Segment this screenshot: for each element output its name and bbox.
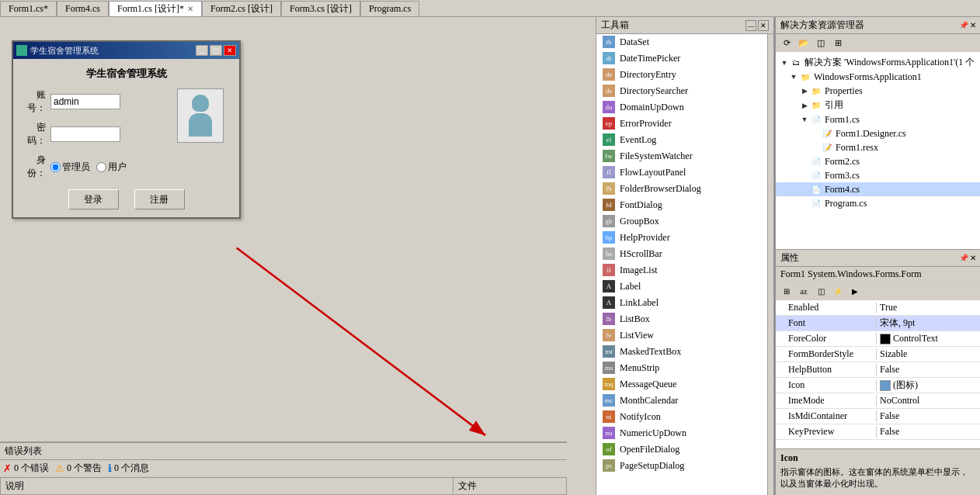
form3cs-item[interactable]: 📄 Form3.cs bbox=[776, 168, 980, 182]
toolbox-item[interactable]: ALinkLabel bbox=[596, 295, 767, 311]
item-label: Form3.cs bbox=[825, 170, 860, 182]
toolbox-item[interactable]: duDomainUpDown bbox=[596, 99, 767, 116]
toolbox-item[interactable]: ALabel bbox=[596, 279, 767, 295]
toolbox-item[interactable]: lvListView bbox=[596, 327, 767, 344]
toolbox-item[interactable]: dsDirectorySearcher bbox=[596, 83, 767, 99]
toolbox-item[interactable]: nuNumericUpDown bbox=[596, 425, 767, 441]
toolbox-item[interactable]: mtMaskedTextBox bbox=[596, 344, 767, 360]
solution-tool-4[interactable]: ⊞ bbox=[830, 36, 846, 50]
toolbox-item-label: MaskedTextBox bbox=[620, 346, 681, 358]
toolbox-item[interactable]: dtDateTimePicker bbox=[596, 50, 767, 67]
toolbox-item-label: FileSystemWatcher bbox=[620, 151, 693, 162]
toolbox-item[interactable]: fbFolderBrowserDialog bbox=[596, 181, 767, 197]
form1cs-item[interactable]: ▼ 📄 Form1.cs bbox=[776, 112, 980, 126]
props-tool-cat[interactable]: ⊞ bbox=[779, 284, 794, 298]
props-close-icon[interactable]: ✕ bbox=[970, 254, 976, 262]
form1designer-item[interactable]: 📝 Form1.Designer.cs bbox=[776, 126, 980, 140]
toolbox-item-label: GroupBox bbox=[620, 216, 659, 227]
prop-row[interactable]: Icon(图标) bbox=[776, 378, 980, 393]
file-icon: 📄 bbox=[810, 113, 822, 126]
prop-name: HelpButton bbox=[776, 364, 877, 376]
props-tool-props[interactable]: ◫ bbox=[813, 284, 829, 298]
prop-row[interactable]: ImeModeNoControl bbox=[776, 393, 980, 409]
toolbox-item[interactable]: mqMessageQueue bbox=[596, 376, 767, 393]
col-file: 文件 bbox=[454, 478, 567, 495]
toolbox-item[interactable]: mcMonthCalendar bbox=[596, 393, 767, 409]
tab-form4cs[interactable]: Form4.cs bbox=[57, 1, 109, 16]
props-tool-events[interactable]: ⚡ bbox=[830, 284, 846, 298]
pin-icon[interactable]: 📌 bbox=[959, 21, 968, 29]
prop-row[interactable]: IsMdiContainerFalse bbox=[776, 409, 980, 424]
toolbox-scrollbar[interactable] bbox=[767, 34, 773, 495]
properties-item[interactable]: ▶ 📁 Properties bbox=[776, 84, 980, 98]
solution-root[interactable]: ▼ 🗂 解决方案 'WindowsFormsApplication1'(1 个 bbox=[776, 55, 980, 70]
item-label: Form2.cs bbox=[825, 156, 860, 168]
prop-row[interactable]: EnabledTrue bbox=[776, 300, 980, 316]
toolbox-item[interactable]: lbListBox bbox=[596, 311, 767, 327]
prop-name: KeyPreview bbox=[776, 426, 877, 438]
register-button[interactable]: 注册 bbox=[134, 189, 185, 209]
toolbox-item[interactable]: ilImageList bbox=[596, 262, 767, 279]
prop-name: ForeColor bbox=[776, 333, 877, 344]
toolbox-item[interactable]: hsHScrollBar bbox=[596, 246, 767, 262]
pin-icon[interactable]: 📌 bbox=[959, 254, 968, 262]
props-tool-more[interactable]: ▶ bbox=[847, 284, 863, 298]
prop-row[interactable]: ForeColorControlText bbox=[776, 331, 980, 347]
maximize-button[interactable]: □ bbox=[210, 45, 222, 56]
file-icon: 📝 bbox=[821, 127, 833, 140]
tab-form2design[interactable]: Form2.cs [设计] bbox=[202, 1, 281, 16]
prop-row[interactable]: Font宋体, 9pt bbox=[776, 316, 980, 331]
tab-programcs[interactable]: Program.cs bbox=[360, 1, 419, 16]
toolbox-item[interactable]: fwFileSystemWatcher bbox=[596, 148, 767, 164]
programcs-item[interactable]: 📄 Program.cs bbox=[776, 196, 980, 210]
prop-row[interactable]: KeyPreviewFalse bbox=[776, 424, 980, 440]
prop-row[interactable]: HelpButtonFalse bbox=[776, 362, 980, 378]
account-input[interactable] bbox=[50, 94, 120, 109]
toolbox-item[interactable]: hpHelpProvider bbox=[596, 230, 767, 246]
button-row: 登录 注册 bbox=[21, 189, 231, 209]
expand-icon: ▼ bbox=[779, 57, 790, 68]
prop-name: Enabled bbox=[776, 302, 877, 313]
avatar-head bbox=[192, 95, 209, 112]
toolbox-item[interactable]: elEventLog bbox=[596, 132, 767, 148]
solution-tool-1[interactable]: ⟳ bbox=[779, 36, 794, 50]
radio-admin[interactable]: 管理员 bbox=[50, 161, 90, 174]
toolbox-item[interactable]: epErrorProvider bbox=[596, 116, 767, 132]
solution-tool-3[interactable]: ◫ bbox=[813, 36, 829, 50]
props-description: Icon 指示窗体的图标。这在窗体的系统菜单栏中显示，以及当窗体最小化时出现。 bbox=[776, 448, 980, 495]
prop-name: Font bbox=[776, 317, 877, 329]
prop-row[interactable]: FormBorderStyleSizable bbox=[776, 347, 980, 362]
toolbox-item[interactable]: psPageSetupDialog bbox=[596, 458, 767, 474]
toolbox-item[interactable]: msMenuStrip bbox=[596, 360, 767, 376]
toolbox-item[interactable]: ofOpenFileDialog bbox=[596, 441, 767, 458]
form2cs-item[interactable]: 📄 Form2.cs bbox=[776, 154, 980, 168]
toolbox-item-label: MessageQueue bbox=[620, 379, 676, 390]
toolbox-item[interactable]: fdFontDialog bbox=[596, 197, 767, 213]
info-icon: ℹ bbox=[108, 462, 112, 475]
tab-form1cs[interactable]: Form1.cs* bbox=[0, 1, 57, 16]
toolbox-item[interactable]: tbDataSet bbox=[596, 34, 767, 50]
close-button[interactable]: ✕ bbox=[224, 45, 236, 56]
close-icon[interactable]: ✕ bbox=[187, 5, 193, 13]
tab-form1design[interactable]: Form1.cs [设计]* ✕ bbox=[109, 1, 202, 16]
toolbox-item[interactable]: flFlowLayoutPanel bbox=[596, 164, 767, 181]
password-input[interactable] bbox=[50, 126, 120, 142]
props-tool-az[interactable]: az bbox=[796, 284, 811, 298]
solution-tool-2[interactable]: 📂 bbox=[796, 36, 811, 50]
solution-label: 解决方案 'WindowsFormsApplication1'(1 个 bbox=[805, 56, 975, 69]
toolbox-item[interactable]: gbGroupBox bbox=[596, 213, 767, 230]
minimize-button[interactable]: _ bbox=[196, 45, 208, 56]
form1resx-item[interactable]: 📝 Form1.resx bbox=[776, 140, 980, 154]
references-item[interactable]: ▶ 📁 引用 bbox=[776, 98, 980, 112]
toolbox-item[interactable]: deDirectoryEntry bbox=[596, 67, 767, 83]
toolbox-item[interactable]: niNotifyIcon bbox=[596, 409, 767, 425]
project-root[interactable]: ▼ 📁 WindowsFormsApplication1 bbox=[776, 70, 980, 84]
form4cs-item[interactable]: 📄 Form4.cs bbox=[776, 182, 980, 196]
login-button[interactable]: 登录 bbox=[68, 189, 119, 209]
toolbox-close-button[interactable]: ✕ bbox=[758, 20, 769, 31]
toolbox-pin-button[interactable]: — bbox=[745, 20, 756, 31]
solution-close-icon[interactable]: ✕ bbox=[970, 21, 976, 29]
tab-form3design[interactable]: Form3.cs [设计] bbox=[281, 1, 360, 16]
radio-user[interactable]: 用户 bbox=[96, 161, 127, 174]
toolbox-item-icon: el bbox=[603, 133, 615, 146]
